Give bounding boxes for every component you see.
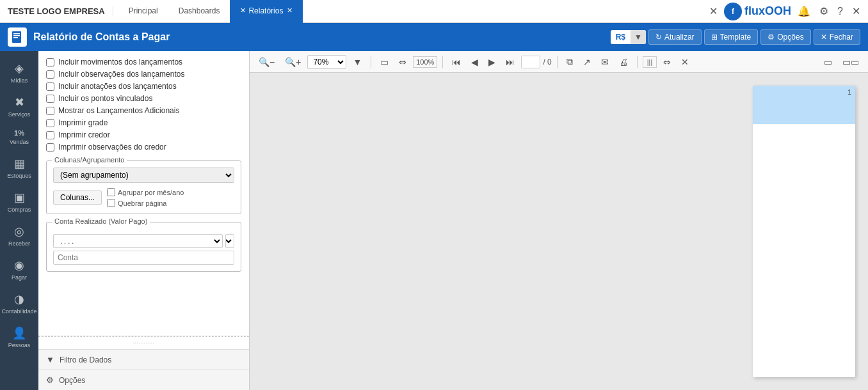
page-size-btn[interactable]: ▭ (376, 55, 392, 69)
svg-rect-3 (13, 37, 18, 38)
page-nav: ⏮ ◀ ▶ ⏭ 1 / 0 (448, 55, 551, 69)
first-page-btn[interactable]: ⏮ (448, 55, 465, 69)
top-nav: TESTE LOGO EMPRESA Principal Dashboards … (0, 0, 868, 23)
checkbox-row-6[interactable]: Imprimir credor (46, 130, 241, 139)
left-panel-content: Incluir movimentos dos lançamentos Inclu… (38, 51, 249, 336)
sidebar-item-midias[interactable]: ◈ Mídias (0, 56, 38, 89)
filter-icon: ▼ (46, 355, 54, 364)
sidebar-item-estoques[interactable]: ▦ Estoques (0, 152, 38, 184)
checkbox-row-3[interactable]: Incluir os pontos vinculados (46, 94, 241, 103)
pagar-icon: ◉ (14, 258, 24, 272)
sidebar-item-pagar[interactable]: ◉ Pagar (0, 253, 38, 286)
template-button[interactable]: ⊞ Template (704, 29, 759, 45)
sidebar-item-pessoas[interactable]: 👤 Pessoas (0, 321, 38, 354)
sidebar-item-servicos[interactable]: ✖ Serviços (0, 90, 38, 123)
print-btn[interactable]: 🖨 (615, 55, 632, 69)
checkbox-movimentos[interactable] (46, 58, 54, 66)
zoom-in-button[interactable]: 🔍+ (281, 55, 305, 69)
sidebar-item-vendas[interactable]: 1% Vendas (0, 124, 38, 150)
checkbox-row-1[interactable]: Incluir observações dos lançamentos (46, 70, 241, 79)
checkbox-row-7[interactable]: Imprimir observações do credor (46, 143, 241, 152)
checkbox-grade[interactable] (46, 119, 54, 127)
checkbox-row-2[interactable]: Incluir anotações dos lançamentos (46, 82, 241, 91)
checkbox-pontos[interactable] (46, 95, 54, 103)
toolbar: 🔍− 🔍+ 50% 70% 100% 150% 200% ▼ ▭ ⇔ 100% … (250, 51, 868, 73)
header-bar: Relatório de Contas a Pagar R$ ▼ ↻ Atual… (0, 23, 868, 51)
checkbox-observacoes[interactable] (46, 70, 54, 79)
columns-button[interactable]: Colunas... (53, 191, 102, 205)
checkbox-row-4[interactable]: Mostrar os Lançamentos Adicionais (46, 106, 241, 115)
barcode-btn[interactable]: ||| (643, 56, 657, 68)
checkbox-anotacoes[interactable] (46, 82, 54, 91)
midias-icon: ◈ (15, 61, 24, 75)
resize-btn[interactable]: ⇔ (659, 55, 675, 69)
close-header-icon: ✕ (821, 33, 827, 42)
fluxi-logo-text: fluxOOH (744, 4, 791, 18)
checkbox-pontos-label: Incluir os pontos vinculados (58, 94, 152, 103)
close-button[interactable]: ✕ Fechar (814, 29, 860, 45)
options-icon: ⚙ (768, 33, 775, 42)
conta-section: Conta Realizado (Valor Pago) . . . . (46, 222, 241, 272)
toolbar-sep-4 (637, 56, 638, 68)
checkbox-row-5[interactable]: Imprimir grade (46, 118, 241, 127)
preview-page-number: 1 (848, 88, 851, 96)
checkbox-obs-credor[interactable] (46, 143, 54, 152)
checkbox-credor[interactable] (46, 131, 54, 139)
last-page-btn[interactable]: ⏭ (502, 55, 518, 69)
zoom-select[interactable]: 50% 70% 100% 150% 200% (307, 55, 346, 69)
zoom-100-btn[interactable]: 100% (413, 56, 437, 68)
gear-icon[interactable]: ⚙ (817, 3, 831, 20)
agrupamento-select[interactable]: (Sem agrupamento) (53, 168, 234, 183)
quebrar-checkbox-row[interactable]: Quebrar página (107, 199, 184, 207)
tab-relatorios[interactable]: ✕ Relatórios ✕ (230, 0, 303, 23)
page-current-input[interactable]: 1 (521, 56, 540, 68)
double-page-view-btn[interactable]: ▭▭ (839, 55, 863, 69)
toolbar-close-btn[interactable]: ✕ (677, 55, 693, 69)
agrupar-checkbox[interactable] (107, 188, 115, 196)
sidebar-item-compras[interactable]: ▣ Compras (0, 185, 38, 218)
checkbox-obs-credor-label: Imprimir observações do credor (58, 143, 166, 152)
tab-relatorios-close[interactable]: ✕ (287, 6, 293, 15)
help-icon[interactable]: ? (835, 3, 846, 20)
currency-selector[interactable]: R$ ▼ (611, 30, 646, 44)
vendas-icon: 1% (14, 129, 24, 137)
zoom-out-button[interactable]: 🔍− (255, 55, 278, 69)
sidebar-item-contabilidade[interactable]: ◑ Contabilidade (0, 287, 38, 320)
sidebar-item-receber[interactable]: ◎ Receber (0, 219, 38, 252)
svg-rect-2 (13, 35, 20, 36)
main-layout: ◈ Mídias ✖ Serviços 1% Vendas ▦ Estoques… (0, 51, 868, 390)
single-page-view-btn[interactable]: ▭ (820, 55, 836, 69)
contabilidade-icon: ◑ (14, 292, 24, 306)
filtro-dados-item[interactable]: ▼ Filtro de Dados (38, 349, 249, 370)
estoques-icon: ▦ (14, 157, 25, 171)
toolbar-sep-3 (557, 56, 558, 68)
prev-page-btn[interactable]: ◀ (467, 55, 482, 69)
tab-principal[interactable]: Principal (118, 0, 168, 23)
zoom-dropdown-btn[interactable]: ▼ (349, 55, 366, 69)
agrupar-checkbox-row[interactable]: Agrupar por mês/ano (107, 188, 184, 196)
next-page-btn[interactable]: ▶ (485, 55, 499, 69)
copy-btn[interactable]: ⧉ (563, 54, 577, 69)
conta-dots-select[interactable]: . . . . (53, 234, 223, 248)
update-button[interactable]: ↻ Atualizar (648, 29, 702, 45)
opcoes-item[interactable]: ⚙ Opções (38, 370, 249, 390)
topnav-close-icon[interactable]: ✕ (849, 3, 863, 20)
toolbar-sep-2 (442, 56, 443, 68)
columns-row: Colunas... Agrupar por mês/ano Quebrar p… (53, 188, 234, 207)
top-nav-right: ✕ f fluxOOH 🔔 ⚙ ? ✕ (707, 3, 863, 20)
options-button[interactable]: ⚙ Opções (760, 29, 810, 45)
checkbox-row-0[interactable]: Incluir movimentos dos lançamentos (46, 58, 241, 66)
email-btn[interactable]: ✉ (597, 55, 613, 69)
conta-text-input[interactable] (53, 251, 234, 265)
top-close-icon[interactable]: ✕ (707, 3, 720, 20)
share-btn[interactable]: ↗ (579, 55, 595, 69)
tab-dashboards[interactable]: Dashboards (168, 0, 230, 23)
checkbox-movimentos-label: Incluir movimentos dos lançamentos (58, 58, 182, 66)
quebrar-checkbox[interactable] (107, 199, 115, 207)
fit-page-btn[interactable]: ⇔ (395, 55, 410, 69)
panel-dots-separator: ············ (38, 336, 249, 349)
currency-dropdown-arrow[interactable]: ▼ (631, 30, 646, 44)
checkbox-lancamentos-adicionais[interactable] (46, 107, 54, 115)
conta-second-select[interactable] (225, 234, 234, 248)
bell-icon[interactable]: 🔔 (795, 3, 813, 20)
